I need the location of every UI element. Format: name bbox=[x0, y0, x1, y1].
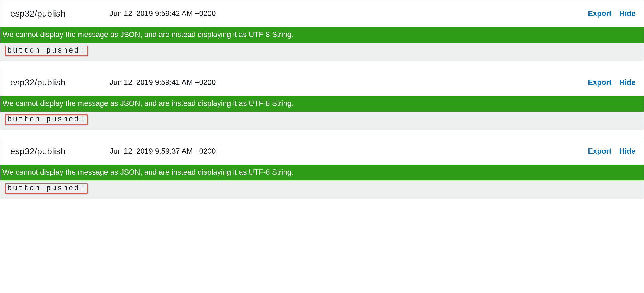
export-button[interactable]: Export bbox=[588, 9, 612, 18]
payload-text: button pushed! bbox=[5, 46, 88, 56]
message-list: esp32/publish Jun 12, 2019 9:59:42 AM +0… bbox=[0, 0, 644, 199]
message-header: esp32/publish Jun 12, 2019 9:59:41 AM +0… bbox=[0, 69, 644, 96]
message-actions: Export Hide bbox=[588, 147, 635, 156]
message-actions: Export Hide bbox=[588, 9, 635, 18]
export-button[interactable]: Export bbox=[588, 78, 612, 87]
message-timestamp: Jun 12, 2019 9:59:42 AM +0200 bbox=[110, 9, 588, 18]
message-card: esp32/publish Jun 12, 2019 9:59:41 AM +0… bbox=[0, 69, 644, 130]
message-actions: Export Hide bbox=[588, 78, 635, 87]
message-timestamp: Jun 12, 2019 9:59:41 AM +0200 bbox=[110, 78, 588, 87]
message-timestamp: Jun 12, 2019 9:59:37 AM +0200 bbox=[110, 147, 588, 156]
export-button[interactable]: Export bbox=[588, 147, 612, 156]
payload-text: button pushed! bbox=[5, 114, 88, 125]
json-warning-banner: We cannot display the message as JSON, a… bbox=[0, 165, 644, 180]
message-topic: esp32/publish bbox=[10, 77, 110, 88]
message-topic: esp32/publish bbox=[10, 146, 110, 156]
payload-area: button pushed! bbox=[0, 43, 644, 61]
payload-area: button pushed! bbox=[0, 112, 644, 130]
hide-button[interactable]: Hide bbox=[619, 78, 635, 87]
message-card: esp32/publish Jun 12, 2019 9:59:42 AM +0… bbox=[0, 0, 644, 61]
json-warning-banner: We cannot display the message as JSON, a… bbox=[0, 27, 644, 43]
hide-button[interactable]: Hide bbox=[619, 147, 635, 156]
message-card: esp32/publish Jun 12, 2019 9:59:37 AM +0… bbox=[0, 138, 644, 199]
message-header: esp32/publish Jun 12, 2019 9:59:42 AM +0… bbox=[0, 0, 644, 27]
message-topic: esp32/publish bbox=[10, 9, 110, 19]
payload-text: button pushed! bbox=[5, 183, 88, 194]
payload-area: button pushed! bbox=[0, 180, 644, 199]
message-header: esp32/publish Jun 12, 2019 9:59:37 AM +0… bbox=[0, 138, 644, 165]
json-warning-banner: We cannot display the message as JSON, a… bbox=[0, 96, 644, 112]
hide-button[interactable]: Hide bbox=[619, 9, 635, 18]
